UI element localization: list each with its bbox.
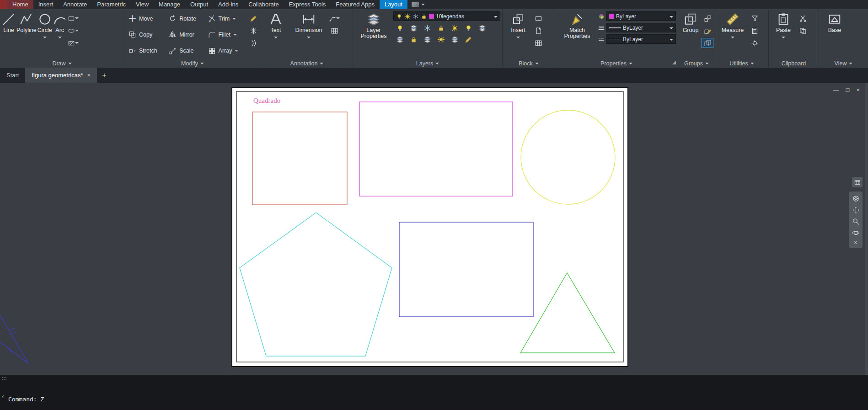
ribbon-tab-layout[interactable]: Layout: [380, 0, 407, 9]
tab-start[interactable]: Start: [0, 68, 25, 83]
erase-button[interactable]: [248, 14, 259, 23]
ribbon-tab-featured-apps[interactable]: Featured Apps: [331, 0, 380, 9]
layer-unisolate-button[interactable]: [394, 35, 405, 44]
insert-button[interactable]: Insert: [504, 11, 532, 59]
partial-triangle-entity[interactable]: [0, 308, 37, 367]
linetype-dropdown[interactable]: ByLayer: [606, 34, 676, 44]
layer-unlock-button[interactable]: [408, 35, 419, 44]
layer-lock-button[interactable]: [435, 23, 446, 32]
ribbon-tab-express-tools[interactable]: Express Tools: [284, 0, 331, 9]
ribbon-display-options[interactable]: [407, 0, 429, 9]
group-button[interactable]: Group: [680, 11, 701, 59]
dialog-launcher-icon[interactable]: [672, 61, 676, 64]
rotate-button[interactable]: Rotate: [166, 15, 204, 22]
circle-button[interactable]: Circle: [38, 11, 52, 59]
ribbon-tab-parametric[interactable]: Parametric: [92, 0, 131, 9]
copy-clip-button[interactable]: [797, 26, 808, 35]
panel-label-layers[interactable]: Layers: [353, 59, 502, 68]
layer-prev-button[interactable]: [422, 35, 433, 44]
rectangle-tool-button[interactable]: [68, 14, 79, 23]
explode-button[interactable]: [248, 26, 259, 35]
ribbon-tab-view[interactable]: View: [131, 0, 154, 9]
cyan-pentagon-entity[interactable]: [240, 213, 392, 356]
fillet-button[interactable]: Fillet: [206, 31, 247, 38]
new-tab-button[interactable]: +: [97, 68, 112, 83]
layer-select-dropdown[interactable]: 10legendas: [393, 11, 500, 21]
cut-button[interactable]: [797, 14, 808, 23]
leader-button[interactable]: [329, 14, 340, 23]
define-attribute-button[interactable]: [533, 38, 544, 48]
orbit-button[interactable]: [850, 228, 861, 237]
panel-label-utilities[interactable]: Utilities: [715, 59, 768, 68]
group-selection-toggle[interactable]: [702, 38, 713, 48]
yellow-circle-entity[interactable]: [521, 110, 615, 204]
id-point-button[interactable]: [749, 38, 760, 48]
base-button[interactable]: Base: [821, 11, 848, 59]
layer-off-button[interactable]: [394, 23, 405, 32]
array-button[interactable]: Array: [206, 47, 247, 55]
panel-label-modify[interactable]: Modify: [124, 59, 261, 68]
panel-label-block[interactable]: Block: [503, 59, 555, 68]
command-line-window[interactable]: ‹ Command: Z ZOOM Specify corner of wind…: [0, 375, 868, 410]
blue-rectangle-entity[interactable]: [399, 222, 533, 317]
object-color-dropdown[interactable]: ByLayer: [606, 11, 676, 21]
command-collapse-icon[interactable]: ‹: [2, 393, 4, 400]
create-block-button[interactable]: [533, 14, 544, 23]
copy-button[interactable]: Copy: [126, 31, 166, 38]
arc-button[interactable]: Arc: [53, 11, 67, 59]
ribbon-tab-annotate[interactable]: Annotate: [58, 0, 92, 9]
offset-button[interactable]: [248, 38, 259, 48]
ellipse-tool-button[interactable]: [68, 26, 79, 35]
layer-thaw-all-button[interactable]: [449, 23, 460, 32]
layer-on-all-button[interactable]: [463, 23, 474, 32]
ribbon-tab-manage[interactable]: Manage: [154, 0, 185, 9]
panel-label-properties[interactable]: Properties: [555, 59, 678, 68]
green-triangle-entity[interactable]: [520, 273, 615, 353]
app-logo[interactable]: [0, 0, 7, 9]
viewcube-button[interactable]: [852, 177, 863, 187]
text-button[interactable]: Text: [263, 11, 289, 59]
minimize-window-icon[interactable]: —: [833, 86, 839, 93]
pan-button[interactable]: [850, 205, 861, 214]
layer-match-button[interactable]: [477, 23, 488, 32]
quick-calculator-button[interactable]: [749, 26, 760, 35]
match-properties-button[interactable]: Match Properties: [557, 11, 597, 59]
ribbon-tab-output[interactable]: Output: [185, 0, 213, 9]
panel-label-annotation[interactable]: Annotation: [261, 59, 353, 68]
command-drag-grip[interactable]: [1, 377, 7, 381]
ribbon-tab-home[interactable]: Home: [7, 0, 33, 9]
layer-delete-button[interactable]: [463, 35, 474, 44]
tab-drawing[interactable]: figura geometricas* ×: [25, 68, 97, 83]
drawing-canvas[interactable]: Quadrado — □ × ×: [0, 83, 868, 375]
panel-label-groups[interactable]: Groups: [678, 59, 715, 68]
hatch-tool-button[interactable]: [68, 38, 79, 48]
text-entity-quadrado[interactable]: Quadrado: [253, 97, 280, 104]
lineweight-dropdown[interactable]: ByLayer: [606, 23, 676, 32]
square-entity[interactable]: [252, 112, 347, 205]
stretch-button[interactable]: Stretch: [126, 47, 166, 55]
ribbon-tab-collaborate[interactable]: Collaborate: [243, 0, 284, 9]
mirror-button[interactable]: Mirror: [166, 31, 204, 38]
layer-merge-button[interactable]: [449, 35, 460, 44]
layer-freeze-button[interactable]: [422, 23, 433, 32]
line-button[interactable]: Line: [2, 11, 16, 59]
scale-button[interactable]: Scale: [166, 47, 204, 55]
ribbon-tab-insert[interactable]: Insert: [33, 0, 59, 9]
paste-button[interactable]: Paste: [771, 11, 796, 59]
dimension-button[interactable]: Dimension: [289, 11, 328, 59]
zoom-button[interactable]: [850, 217, 861, 226]
close-window-icon[interactable]: ×: [856, 86, 860, 93]
ungroup-button[interactable]: [702, 14, 713, 23]
trim-button[interactable]: Trim: [206, 15, 247, 22]
quick-select-button[interactable]: [749, 14, 760, 23]
panel-label-clipboard[interactable]: Clipboard: [769, 59, 819, 68]
table-button[interactable]: [329, 26, 340, 35]
close-tab-icon[interactable]: ×: [87, 72, 91, 79]
measure-button[interactable]: Measure: [717, 11, 748, 59]
move-button[interactable]: Move: [126, 15, 166, 22]
polyline-button[interactable]: Polyline: [16, 11, 37, 59]
panel-label-draw[interactable]: Draw: [0, 59, 124, 68]
navbar-close-icon[interactable]: ×: [854, 240, 857, 246]
group-edit-button[interactable]: [702, 26, 713, 35]
magenta-rectangle-entity[interactable]: [359, 102, 513, 196]
